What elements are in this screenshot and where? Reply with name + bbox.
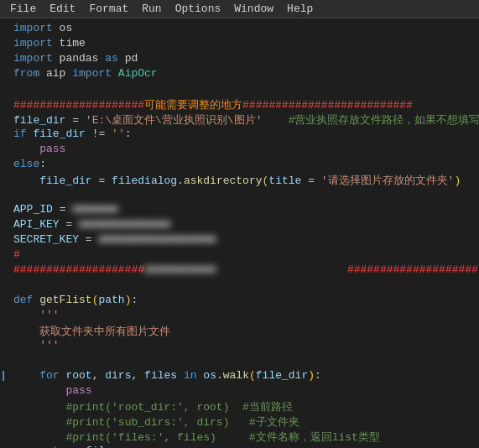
code-line: #print('files:', files) #文件名称，返回list类型 [0,430,479,445]
code-line: if file_dir != '': [0,128,479,143]
code-line: from aip import AipOcr [0,67,479,82]
code-line: ''' [0,309,479,324]
code-line: ####################■■■■■■■■■■■ ########… [0,263,479,279]
code-line [0,188,479,203]
code-line: file_dir = filedialog.askdirectory(title… [0,173,479,188]
code-line: pass [0,384,479,399]
code-line: #print('root_dir:', root) #当前路径 [0,399,479,414]
code-line: ####################可能需要调整的地方###########… [0,97,479,112]
code-line: | for root, dirs, files in os.walk(file_… [0,369,479,384]
menubar: File Edit Format Run Options Window Help [0,0,479,18]
code-line: import os [0,22,479,37]
code-line: import time [0,37,479,52]
code-line: APP_ID = ■■■■■■■ [0,203,479,218]
code-line: pass [0,143,479,158]
menu-help[interactable]: Help [280,1,320,17]
code-line: return files [0,445,479,448]
code-line: 获取文件夹中所有图片文件 [0,324,479,339]
menu-options[interactable]: Options [169,1,228,17]
code-line [0,82,479,97]
code-line: file_dir = 'E:\桌面文件\营业执照识别\图片' #营业执照存放文件… [0,112,479,128]
code-line [0,354,479,369]
menu-edit[interactable]: Edit [43,1,82,17]
code-line: #print('sub_dirs:', dirs) #子文件夹 [0,414,479,430]
code-line: SECRET_KEY = ■■■■■■■■■■■■■■■■■■ [0,233,479,248]
code-line: API_KEY = ■■■■■■■■■■■■■■ [0,218,479,233]
code-line: def getFlist(path): [0,294,479,309]
menu-file[interactable]: File [3,1,43,17]
menu-format[interactable]: Format [82,1,135,17]
code-editor[interactable]: import os import time import pandas as p… [0,18,479,448]
code-line: else: [0,158,479,173]
code-line: import pandas as pd [0,52,479,67]
code-line: # [0,248,479,263]
menu-run[interactable]: Run [135,1,168,17]
code-line: ''' [0,339,479,354]
menu-window[interactable]: Window [227,1,280,17]
code-line [0,279,479,294]
